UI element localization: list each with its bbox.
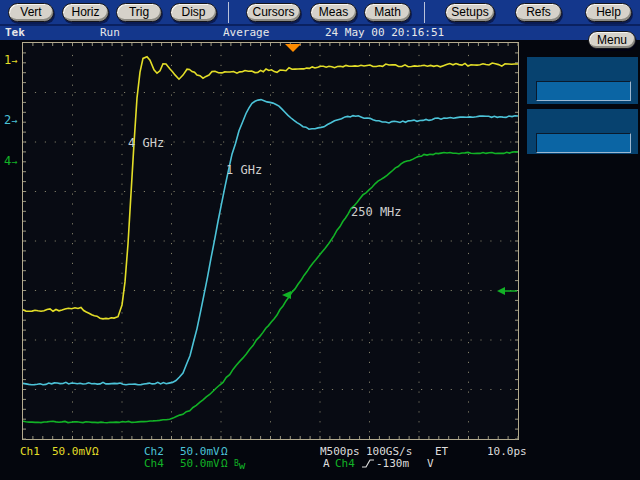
trace-label-1ghz: 1 GHz [226,164,262,177]
menu-bar-divider [0,24,640,26]
trace-label-4ghz: 4 GHz [128,137,164,150]
oscilloscope-screen: Vert Horiz Trig Disp Cursors Meas Math S… [0,0,640,480]
trace-label-250mhz: 250 MHz [351,206,402,219]
trigger-level: -130m [376,458,409,469]
menu-bar: Vert Horiz Trig Disp Cursors Meas Math S… [0,0,640,40]
softkey-panel-1 [527,57,638,104]
trace-ch1 [23,57,518,319]
menu-button-trig[interactable]: Trig [116,3,162,22]
menu-group-divider [424,2,425,23]
menu-button-horiz[interactable]: Horiz [62,3,109,22]
horizontal-resolution: 10.0ps [487,446,527,457]
trigger-prefix: A [323,458,330,469]
acquisition-mode: Average [223,27,269,39]
menu-button-math[interactable]: Math [364,3,411,22]
menu-button-setups[interactable]: Setups [445,3,495,22]
trigger-source[interactable]: Ch4 [335,458,355,469]
ch2-coupling: Ω [221,446,228,457]
ch1-scale: 50.0mV [52,446,92,457]
menu-button-refs[interactable]: Refs [515,3,562,22]
tek-logo: Tek [5,27,25,39]
waveform-display [23,43,518,439]
ch4-coupling: Ω [221,458,228,469]
trigger-level-unit: V [427,458,434,469]
menu-button-vert[interactable]: Vert [8,3,54,22]
trigger-point-marker [282,291,291,299]
menu-button[interactable]: Menu [588,31,636,49]
ch2-scale: 50.0mV [180,446,220,457]
channel-ref-arrow-icon: → [11,115,17,126]
ch1-coupling: Ω [92,446,99,457]
softkey-panel-2 [527,109,638,154]
ch2-label[interactable]: Ch2 [144,446,164,457]
channel-ref-arrow-icon: → [11,156,17,167]
rising-edge-icon [362,458,374,469]
menu-button-meas[interactable]: Meas [310,3,357,22]
sampling-mode: ET [435,446,448,457]
ch4-bandwidth-limit: Bw [234,458,245,471]
menu-button-help[interactable]: Help [585,3,632,22]
channel-1-ref-marker[interactable]: 1→ [4,54,17,67]
trigger-level-arrow[interactable] [497,287,505,295]
menu-button-disp[interactable]: Disp [170,3,217,22]
datetime: 24 May 00 20:16:51 [325,27,444,39]
ch1-label[interactable]: Ch1 [20,446,40,457]
channel-2-ref-marker[interactable]: 2→ [4,114,17,127]
trigger-position-marker[interactable] [285,44,301,52]
softkey-field-2[interactable] [536,133,631,153]
ch4-scale: 50.0mV [180,458,220,469]
channel-4-ref-marker[interactable]: 4→ [4,155,17,168]
timebase-main: M500ps [320,446,360,457]
softkey-field-1[interactable] [536,81,631,101]
sample-rate: 100GS/s [366,446,412,457]
ch4-label[interactable]: Ch4 [144,458,164,469]
channel-ref-arrow-icon: → [11,55,17,66]
graticule: 4 GHz 1 GHz 250 MHz [22,42,519,440]
acquisition-state: Run [100,27,120,39]
menu-group-divider [228,2,229,23]
menu-button-cursors[interactable]: Cursors [246,3,301,22]
